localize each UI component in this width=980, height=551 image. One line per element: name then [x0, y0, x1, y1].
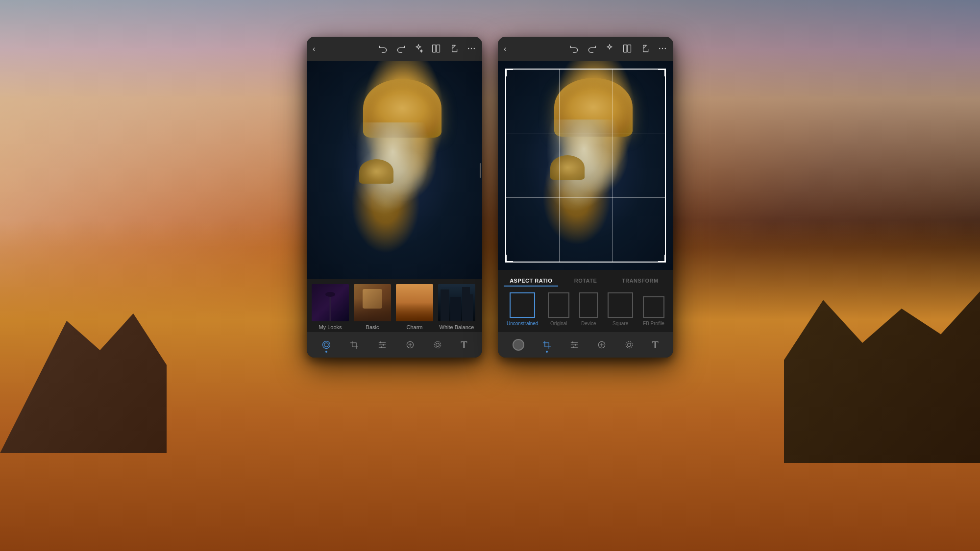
aspect-tabs: ASPECT RATIO ROTATE TRANSFORM — [504, 276, 667, 287]
svg-point-22 — [665, 48, 666, 49]
toolbar-right-center-group — [569, 44, 667, 55]
filter-thumb-charm — [395, 283, 434, 322]
ratio-box-fb-profile — [643, 296, 664, 318]
back-button[interactable]: ‹ — [313, 45, 315, 53]
share-button-right[interactable] — [640, 44, 650, 55]
tool-type[interactable]: T — [461, 339, 467, 351]
crop-grid-v2 — [612, 70, 612, 262]
filter-basic[interactable]: Basic — [353, 283, 392, 330]
tool-adjustments-right[interactable] — [569, 340, 579, 350]
photo-area-left — [307, 61, 482, 279]
crop-grid-h1 — [506, 134, 665, 134]
redo-button[interactable] — [396, 44, 406, 55]
jellyfish-small-body — [359, 159, 393, 184]
ratio-box-square — [608, 292, 633, 318]
svg-point-10 — [380, 341, 381, 343]
compare-button-right[interactable] — [622, 44, 632, 55]
tab-rotate[interactable]: ROTATE — [558, 276, 612, 287]
ratio-original[interactable]: Original — [548, 292, 569, 326]
svg-point-26 — [572, 341, 573, 343]
share-button[interactable] — [449, 44, 459, 55]
toolbar-right-left-group: ‹ — [504, 45, 506, 53]
phone-right: ‹ — [498, 37, 673, 358]
ratio-label-device: Device — [581, 321, 596, 326]
tab-transform[interactable]: TRANSFORM — [613, 276, 667, 287]
svg-point-21 — [662, 48, 663, 49]
svg-point-2 — [468, 48, 469, 49]
filter-label-white-balance: White Balance — [440, 324, 474, 330]
ratio-label-original: Original — [550, 321, 567, 326]
tool-crop[interactable] — [349, 340, 359, 350]
svg-point-27 — [575, 344, 576, 345]
more-button-right[interactable] — [658, 44, 667, 55]
ratio-square[interactable]: Square — [608, 292, 633, 326]
tool-toggle[interactable] — [513, 339, 524, 351]
phones-container: ‹ — [307, 37, 673, 358]
toggle-circle-icon — [513, 339, 524, 351]
filter-label-basic: Basic — [366, 324, 379, 330]
undo-button[interactable] — [378, 44, 388, 55]
phone-left: ‹ — [307, 37, 482, 358]
auto-enhance-button-right[interactable] — [605, 44, 614, 55]
crop-handle-bl[interactable] — [505, 255, 513, 263]
crop-handle-tl[interactable] — [505, 69, 513, 76]
tool-type-right[interactable]: T — [652, 339, 659, 351]
filter-thumb-white-balance — [437, 283, 476, 322]
tool-adjustments[interactable] — [377, 340, 387, 350]
filter-label-my-looks: My Looks — [318, 324, 342, 330]
undo-button-right[interactable] — [569, 44, 579, 55]
redo-button-right[interactable] — [587, 44, 597, 55]
tool-healing[interactable] — [405, 340, 415, 350]
tool-crop-right[interactable] — [542, 340, 552, 350]
filter-label-charm: Charm — [406, 324, 422, 330]
ratio-box-original — [548, 292, 569, 318]
ratio-box-device — [579, 292, 598, 318]
svg-point-16 — [436, 343, 440, 347]
tool-healing-right[interactable] — [597, 340, 607, 350]
svg-point-20 — [659, 48, 661, 49]
crop-handle-tr[interactable] — [658, 69, 666, 76]
tool-selective[interactable] — [433, 340, 442, 350]
ratio-box-unconstrained — [510, 292, 535, 318]
active-dot-right — [546, 351, 548, 353]
ratio-unconstrained[interactable]: Unconstrained — [507, 292, 538, 326]
svg-rect-1 — [437, 45, 440, 52]
crop-grid-v1 — [559, 70, 560, 262]
svg-point-32 — [628, 343, 631, 347]
filter-white-balance[interactable]: White Balance — [437, 283, 476, 330]
bottom-toolbar-right: T — [498, 332, 673, 358]
svg-rect-19 — [628, 45, 631, 52]
type-icon-right: T — [652, 339, 659, 351]
crop-grid — [506, 70, 665, 262]
tool-looks[interactable] — [321, 340, 331, 350]
crop-handle-br[interactable] — [658, 255, 666, 263]
filter-thumb-my-looks — [311, 283, 350, 322]
svg-point-12 — [381, 346, 382, 348]
ratio-fb-profile[interactable]: FB Profile — [643, 296, 664, 326]
crop-overlay[interactable] — [505, 69, 666, 263]
svg-rect-18 — [624, 45, 627, 52]
svg-point-11 — [383, 344, 384, 345]
tool-selective-right[interactable] — [624, 340, 634, 350]
svg-point-4 — [474, 48, 475, 49]
jellyfish-image-left — [307, 61, 482, 279]
active-dot — [325, 351, 327, 353]
filter-my-looks[interactable]: My Looks — [311, 283, 350, 330]
tab-aspect-ratio[interactable]: ASPECT RATIO — [504, 276, 558, 287]
bottom-toolbar-left: T — [307, 332, 482, 358]
auto-enhance-button[interactable] — [414, 44, 423, 55]
toolbar-center-group — [378, 44, 476, 55]
aspect-panel: ASPECT RATIO ROTATE TRANSFORM Unconstrai… — [498, 270, 673, 332]
svg-point-5 — [323, 341, 330, 349]
ratio-device[interactable]: Device — [579, 292, 598, 326]
back-button-right[interactable]: ‹ — [504, 45, 506, 53]
compare-button[interactable] — [431, 44, 441, 55]
more-button[interactable] — [466, 44, 476, 55]
ratio-label-fb-profile: FB Profile — [643, 321, 664, 326]
toolbar-left: ‹ — [307, 37, 482, 61]
filter-charm[interactable]: Charm — [395, 283, 434, 330]
svg-point-3 — [471, 48, 472, 49]
svg-rect-0 — [433, 45, 436, 52]
type-icon: T — [461, 339, 467, 351]
aspect-ratios-list: Unconstrained Original Device Square — [504, 292, 667, 326]
